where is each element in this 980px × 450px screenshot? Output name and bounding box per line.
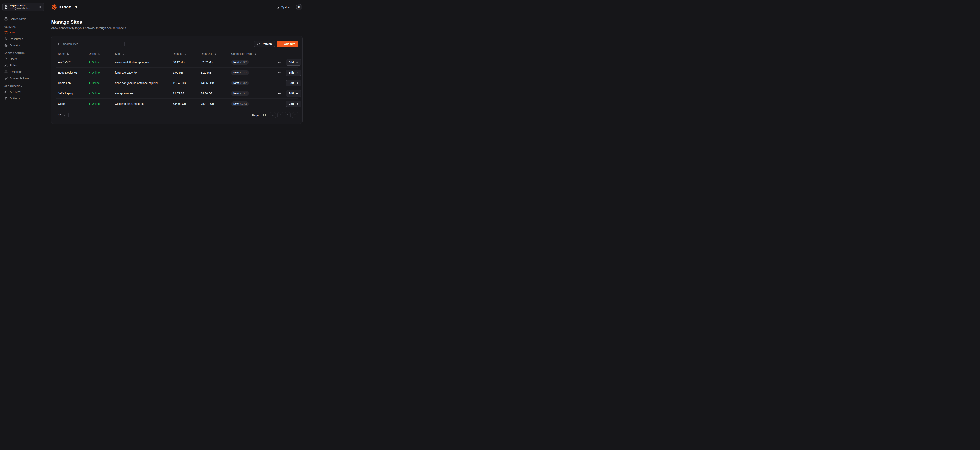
column-header-connection-type[interactable]: Connection Type (231, 52, 277, 55)
ellipsis-icon (278, 71, 281, 74)
cell-data-out: 34.80 GB (201, 92, 231, 95)
page-title: Manage Sites (51, 19, 302, 25)
cell-data-in: 534.98 GB (173, 102, 201, 105)
cell-data-out: 52.02 MB (201, 61, 231, 64)
row-menu-button[interactable] (277, 71, 282, 75)
edit-button[interactable]: Edit (286, 101, 301, 107)
row-menu-button[interactable] (277, 60, 282, 65)
online-dot-icon (89, 72, 90, 73)
first-page-button[interactable] (270, 112, 276, 119)
search-input[interactable] (63, 42, 122, 46)
key-icon (4, 90, 8, 93)
ellipsis-icon (278, 61, 281, 64)
sidebar-item-users[interactable]: Users (2, 55, 44, 62)
last-page-button[interactable] (292, 112, 298, 119)
sidebar-nav: Server Admin GENERAL Sites Resources Dom… (2, 16, 44, 101)
ticket-check-icon (4, 70, 8, 73)
cell-name: Office (58, 102, 89, 105)
row-menu-button[interactable] (277, 92, 282, 95)
page-size-select[interactable]: 20 (56, 112, 68, 119)
cell-name: Edge Device 01 (58, 71, 89, 74)
search-box (56, 41, 125, 48)
table-row: AWS VPC Online vivacious-little-blue-pen… (56, 57, 298, 68)
ellipsis-icon (278, 81, 281, 85)
cell-actions: Edit (277, 59, 301, 66)
chevrons-right-icon (294, 114, 297, 117)
sort-icon (98, 52, 101, 55)
table-footer: 20 Page 1 of 1 (56, 112, 298, 119)
online-dot-icon (89, 93, 90, 94)
theme-toggle-label: System (281, 6, 291, 9)
sidebar-section-general: GENERAL (2, 25, 44, 28)
combine-icon (4, 31, 8, 34)
user-avatar[interactable]: M (296, 4, 302, 10)
sidebar-scrollbar[interactable] (47, 82, 47, 86)
status-badge: Online (92, 71, 100, 74)
edit-button[interactable]: Edit (286, 90, 301, 97)
sidebar-item-label: Shareable Links (10, 77, 29, 80)
sidebar-item-roles[interactable]: Roles (2, 62, 44, 68)
edit-button[interactable]: Edit (286, 70, 301, 76)
column-header-data-in[interactable]: Data In (173, 52, 201, 55)
sidebar-item-server-admin[interactable]: Server Admin (2, 16, 44, 22)
sidebar-item-api-keys[interactable]: API Keys (2, 89, 44, 95)
org-switcher-value: milo@fossorial.io's ... (10, 7, 37, 10)
org-switcher[interactable]: Organization milo@fossorial.io's ... (2, 3, 44, 11)
chevrons-up-down-icon (39, 6, 41, 8)
sidebar: Organization milo@fossorial.io's ... Ser… (0, 0, 46, 139)
cell-actions: Edit (277, 80, 301, 86)
row-menu-button[interactable] (277, 102, 282, 106)
brand-logo[interactable]: PANGOLIN (51, 4, 77, 10)
sidebar-item-domains[interactable]: Domains (2, 42, 44, 49)
cell-data-in: 5.00 MB (173, 71, 201, 74)
cell-site: dead-san-joaquin-antelope-squirrel (115, 81, 173, 85)
sidebar-item-label: Invitations (10, 70, 22, 73)
sidebar-item-resources[interactable]: Resources (2, 36, 44, 42)
gear-icon (4, 97, 8, 100)
cell-connection-type: Newt v1.3.2 (231, 101, 277, 106)
sidebar-item-label: Domains (10, 44, 21, 47)
sidebar-item-shareable-links[interactable]: Shareable Links (2, 75, 44, 81)
cell-connection-type: Newt v1.3.2 (231, 91, 277, 96)
sidebar-item-label: Users (10, 57, 17, 60)
theme-toggle-button[interactable]: System (275, 5, 292, 9)
cell-data-in: 12.65 GB (173, 92, 201, 95)
next-page-button[interactable] (285, 112, 291, 119)
sort-icon (213, 52, 216, 55)
edit-button[interactable]: Edit (286, 59, 301, 66)
edit-button[interactable]: Edit (286, 80, 301, 86)
arrow-right-icon (296, 71, 299, 74)
row-menu-button[interactable] (277, 81, 282, 85)
cell-connection-type: Newt v1.3.2 (231, 60, 277, 65)
user-icon (4, 57, 8, 60)
sidebar-item-sites[interactable]: Sites (2, 29, 44, 36)
org-switcher-label: Organization (10, 4, 37, 7)
cell-site: vivacious-little-blue-penguin (115, 61, 173, 64)
column-header-online[interactable]: Online (89, 52, 115, 55)
pager: Page 1 of 1 (252, 112, 298, 119)
cell-name: Home Lab (58, 81, 89, 85)
column-header-name[interactable]: Name (58, 52, 89, 55)
column-header-site[interactable]: Site (115, 52, 173, 55)
column-header-data-out[interactable]: Data Out (201, 52, 231, 55)
connection-type-badge: Newt v1.3.2 (231, 60, 249, 65)
add-site-button[interactable]: Add Site (277, 41, 298, 48)
main-content: PANGOLIN System M Manage Sites Allow con… (46, 0, 307, 139)
sort-icon (67, 52, 70, 55)
cell-connection-type: Newt v1.3.2 (231, 70, 277, 75)
chevrons-left-icon (272, 114, 274, 117)
table-row: Office Online welcome-giant-mole-rat 534… (56, 99, 298, 109)
refresh-button[interactable]: Refresh (254, 41, 275, 48)
previous-page-button[interactable] (277, 112, 283, 119)
sidebar-item-settings[interactable]: Settings (2, 95, 44, 101)
ellipsis-icon (278, 102, 281, 106)
connection-type-badge: Newt v1.3.2 (231, 91, 249, 96)
status-badge: Online (92, 92, 100, 95)
sidebar-item-label: Resources (10, 37, 23, 41)
status-badge: Online (92, 102, 100, 105)
cell-actions: Edit (277, 101, 301, 107)
sidebar-item-invitations[interactable]: Invitations (2, 68, 44, 75)
arrow-right-icon (296, 92, 299, 95)
status-badge: Online (92, 61, 100, 64)
brand-name: PANGOLIN (59, 5, 77, 9)
